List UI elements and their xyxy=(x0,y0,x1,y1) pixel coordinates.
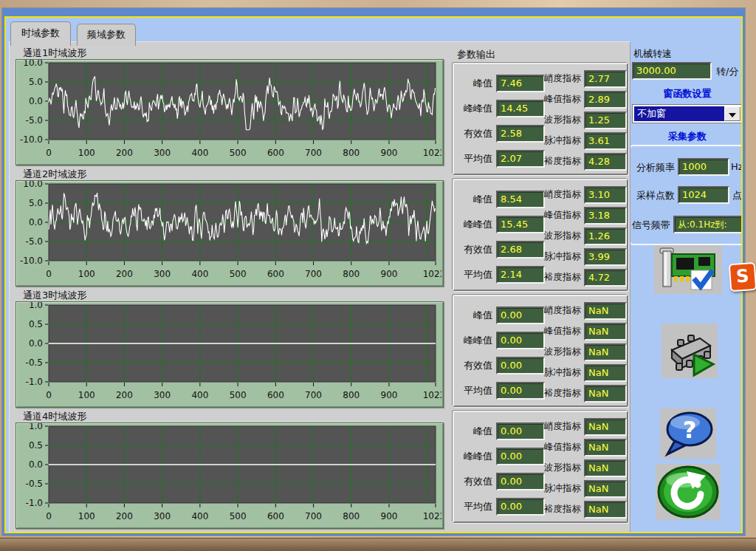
param-value: 2.77 xyxy=(584,70,627,88)
signal-band-label: 信号频带 xyxy=(632,219,670,232)
param-label: 平均值 xyxy=(454,500,492,513)
svg-text:900: 900 xyxy=(381,148,398,158)
param-label: 有效值 xyxy=(454,359,492,372)
refresh-button[interactable] xyxy=(656,464,721,520)
svg-text:600: 600 xyxy=(267,511,284,521)
svg-text:1.0: 1.0 xyxy=(29,302,43,310)
param-value: 0.00 xyxy=(496,382,545,400)
param-value: 3.10 xyxy=(584,186,627,204)
chip-run-button[interactable] xyxy=(662,324,718,378)
param-value: 0.00 xyxy=(496,448,545,465)
svg-text:800: 800 xyxy=(343,269,360,279)
svg-text:800: 800 xyxy=(343,511,360,521)
param-label: 峰值指标 xyxy=(540,441,581,454)
param-label: 波形指标 xyxy=(540,462,581,474)
chart-title: 通道3时域波形 xyxy=(23,289,86,302)
param-value: 4.28 xyxy=(584,153,627,171)
param-group: 峰值7.46峰峰值14.45有效值2.58平均值2.07峭度指标2.77峰值指标… xyxy=(453,63,628,175)
param-value: 2.68 xyxy=(496,241,545,259)
window-function-label: 窗函数设置 xyxy=(632,87,743,100)
svg-text:500: 500 xyxy=(230,269,247,279)
param-label: 平均值 xyxy=(454,152,492,165)
svg-text:500: 500 xyxy=(230,390,247,400)
svg-text:100: 100 xyxy=(78,390,95,400)
machine-speed-input[interactable]: 3000.00 xyxy=(632,62,712,80)
analysis-freq-input[interactable]: 1000 xyxy=(678,158,729,176)
svg-text:1023: 1023 xyxy=(423,148,441,158)
param-value: 0.00 xyxy=(496,357,545,374)
chevron-down-icon[interactable] xyxy=(724,106,740,121)
param-label: 裕度指标 xyxy=(540,503,581,516)
param-label: 峰值 xyxy=(454,77,492,90)
svg-text:5.0: 5.0 xyxy=(29,198,43,208)
param-value: 3.61 xyxy=(584,132,627,150)
chip-run-icon xyxy=(662,324,718,378)
param-label: 裕度指标 xyxy=(540,387,581,400)
param-label: 平均值 xyxy=(454,268,492,281)
param-label: 波形指标 xyxy=(540,230,581,242)
svg-text:600: 600 xyxy=(267,390,284,400)
param-label: 峭度指标 xyxy=(540,188,581,201)
param-label: 脉冲指标 xyxy=(540,250,581,263)
acquisition-group: 分析频率 1000 Hz 采样点数 1024 点 信号频带 从:0.1Hz到: xyxy=(629,145,743,245)
svg-text:-1.0: -1.0 xyxy=(26,377,43,387)
svg-text:900: 900 xyxy=(381,269,398,279)
help-button[interactable]: ? xyxy=(660,408,716,459)
param-value: 2.58 xyxy=(496,125,545,143)
svg-text:0.0: 0.0 xyxy=(29,217,43,227)
param-value: 2.07 xyxy=(496,150,545,168)
daq-card-check-button[interactable] xyxy=(654,245,722,294)
waveform-chart: 1.00.50.0-0.5-1.001002003004005006007008… xyxy=(16,301,444,408)
acquisition-params-label: 采集参数 xyxy=(632,130,743,143)
app-window: 时域参数 频域参数 通道1时域波形10.05.00.0-5.0-10.00100… xyxy=(1,7,746,536)
svg-text:300: 300 xyxy=(154,511,171,521)
param-label: 峭度指标 xyxy=(540,420,581,433)
signal-band-input[interactable]: 从:0.1Hz到: xyxy=(673,216,743,233)
param-value: 1.26 xyxy=(584,227,627,245)
svg-text:700: 700 xyxy=(305,390,322,400)
svg-text:-10.0: -10.0 xyxy=(20,256,43,266)
param-value: 7.46 xyxy=(496,75,545,92)
svg-text:1.0: 1.0 xyxy=(29,423,43,431)
svg-text:0: 0 xyxy=(46,511,52,521)
front-panel: 时域参数 频域参数 通道1时域波形10.05.00.0-5.0-10.00100… xyxy=(4,16,743,533)
sample-count-input[interactable]: 1024 xyxy=(678,186,729,204)
sample-count-unit: 点 xyxy=(732,189,742,202)
param-label: 峰值指标 xyxy=(540,93,581,106)
svg-text:0: 0 xyxy=(46,148,52,158)
param-value: NaN xyxy=(584,418,627,436)
analysis-freq-unit: Hz xyxy=(731,161,743,172)
param-value: NaN xyxy=(584,459,627,477)
analysis-freq-label: 分析频率 xyxy=(636,161,675,174)
ime-s-badge[interactable]: S xyxy=(729,262,756,292)
param-label: 峰峰值 xyxy=(454,450,492,463)
svg-text:-0.5: -0.5 xyxy=(26,479,43,489)
help-bubble-icon: ? xyxy=(660,408,716,459)
machine-speed-unit: 转/分 xyxy=(716,65,738,78)
svg-text:300: 300 xyxy=(154,148,171,158)
param-value: 3.99 xyxy=(584,248,627,266)
param-value: 0.00 xyxy=(496,332,545,349)
param-label: 峰值指标 xyxy=(540,209,581,222)
param-value: 4.72 xyxy=(584,269,627,287)
param-label: 脉冲指标 xyxy=(540,482,581,495)
svg-text:-1.0: -1.0 xyxy=(26,498,43,508)
svg-text:700: 700 xyxy=(305,511,322,521)
svg-text:1023: 1023 xyxy=(423,390,441,400)
tab-bar: 时域参数 频域参数 xyxy=(10,21,138,42)
tab-time-domain[interactable]: 时域参数 xyxy=(10,21,71,46)
svg-text:1023: 1023 xyxy=(423,269,441,279)
param-label: 裕度指标 xyxy=(540,155,581,168)
param-label: 脉冲指标 xyxy=(540,134,581,147)
window-function-dropdown[interactable]: 不加窗 xyxy=(632,104,743,123)
chart-title: 通道2时域波形 xyxy=(23,168,86,181)
tab-page: 通道1时域波形10.05.00.0-5.0-10.001002003004005… xyxy=(9,41,630,533)
waveform-chart: 10.05.00.0-5.0-10.0010020030040050060070… xyxy=(16,59,444,165)
param-label: 峰值 xyxy=(454,309,492,322)
svg-text:1023: 1023 xyxy=(423,511,441,521)
svg-text:400: 400 xyxy=(191,390,208,400)
param-label: 波形指标 xyxy=(540,114,581,126)
tab-freq-domain[interactable]: 频域参数 xyxy=(77,24,136,46)
param-value: NaN xyxy=(584,302,627,320)
param-value: 2.14 xyxy=(496,266,545,284)
